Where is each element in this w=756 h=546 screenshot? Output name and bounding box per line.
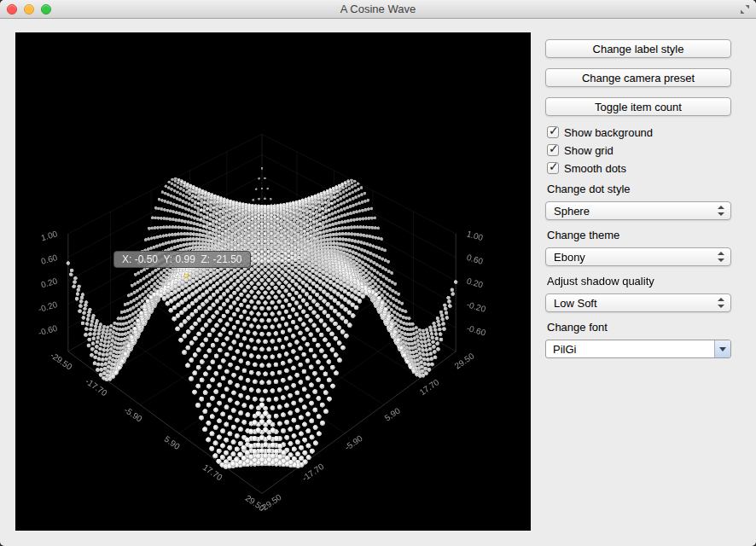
updown-arrows-icon [718, 298, 724, 308]
theme-select[interactable]: Ebony [545, 247, 731, 266]
scatter-canvas[interactable] [15, 32, 531, 531]
dot-style-select[interactable]: Sphere [545, 201, 731, 220]
checkbox-show-background[interactable]: Show background [547, 125, 653, 139]
font-combobox[interactable]: PilGi [545, 340, 731, 358]
chevron-down-icon [719, 347, 726, 351]
window-title: A Cosine Wave [0, 3, 756, 15]
checkbox-show-grid[interactable]: Show grid [547, 143, 614, 157]
dot-style-label: Change dot style [547, 183, 631, 196]
app-window: A Cosine Wave X: -0.50 Y: 0.99 Z: -21.50… [0, 0, 756, 546]
checkbox-box[interactable] [547, 126, 559, 138]
fullscreen-icon[interactable] [740, 4, 750, 15]
toggle-item-count-button[interactable]: Toggle item count [545, 97, 731, 116]
control-panel: Change label style Change camera preset … [545, 32, 731, 531]
checkbox-box[interactable] [547, 144, 559, 156]
change-camera-preset-button[interactable]: Change camera preset [545, 68, 731, 87]
shadow-quality-select[interactable]: Low Soft [545, 293, 731, 312]
theme-label: Change theme [547, 229, 619, 242]
font-label: Change font [547, 321, 608, 334]
titlebar: A Cosine Wave [0, 0, 756, 19]
scatter-plot-area: X: -0.50 Y: 0.99 Z: -21.50 [15, 32, 531, 531]
combo-dropdown-button[interactable] [714, 340, 730, 357]
updown-arrows-icon [718, 206, 724, 216]
checkbox-box[interactable] [547, 162, 559, 174]
selection-tooltip: X: -0.50 Y: 0.99 Z: -21.50 [113, 251, 251, 268]
updown-arrows-icon [718, 252, 724, 262]
checkbox-smooth-dots[interactable]: Smooth dots [547, 161, 626, 175]
change-label-style-button[interactable]: Change label style [545, 39, 731, 58]
shadow-quality-label: Adjust shadow quality [547, 275, 654, 288]
